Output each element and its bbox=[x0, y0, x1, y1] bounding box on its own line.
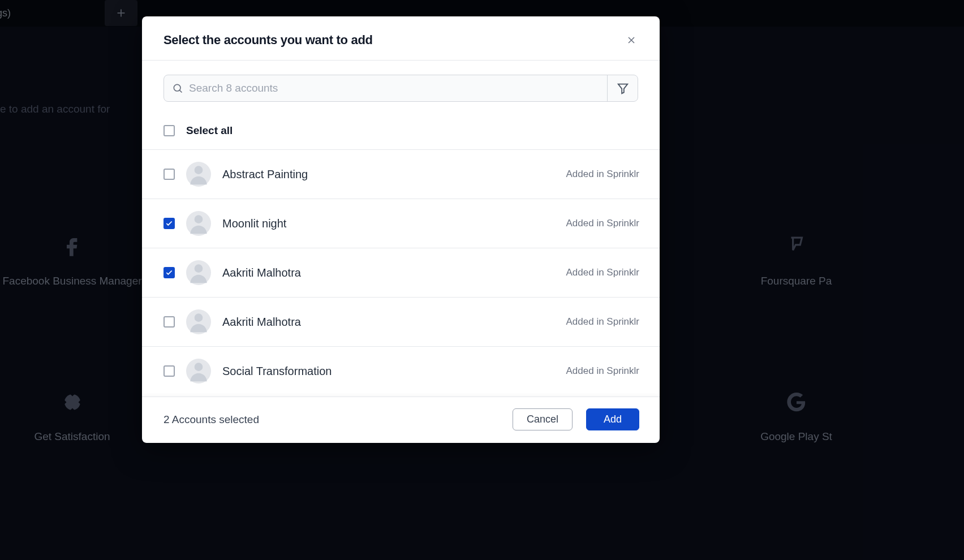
svg-point-10 bbox=[195, 264, 203, 273]
svg-marker-7 bbox=[618, 84, 627, 94]
account-name: Abstract Painting bbox=[222, 168, 555, 181]
account-checkbox[interactable] bbox=[163, 365, 175, 377]
account-status: Added in Sprinklr bbox=[566, 316, 639, 328]
avatar bbox=[186, 162, 211, 187]
account-checkbox[interactable] bbox=[163, 218, 175, 229]
svg-point-12 bbox=[195, 363, 203, 371]
account-status: Added in Sprinklr bbox=[566, 365, 639, 377]
avatar bbox=[186, 309, 211, 334]
search-section bbox=[142, 61, 660, 102]
filter-button[interactable] bbox=[607, 75, 638, 101]
person-icon bbox=[186, 309, 211, 334]
selected-count: 2 Accounts selected bbox=[163, 413, 259, 426]
svg-point-8 bbox=[195, 166, 203, 174]
select-all-checkbox[interactable] bbox=[163, 125, 175, 136]
select-accounts-modal: Select the accounts you want to add Sele… bbox=[142, 16, 660, 443]
filter-icon bbox=[617, 82, 629, 94]
close-button[interactable] bbox=[623, 32, 639, 48]
search-box bbox=[163, 75, 638, 102]
account-row[interactable]: Aakriti MalhotraAdded in Sprinklr bbox=[142, 297, 660, 346]
account-name: Aakriti Malhotra bbox=[222, 266, 555, 279]
person-icon bbox=[186, 260, 211, 285]
account-checkbox[interactable] bbox=[163, 267, 175, 278]
search-icon-wrap bbox=[164, 75, 189, 101]
cancel-button[interactable]: Cancel bbox=[513, 408, 573, 430]
avatar bbox=[186, 211, 211, 236]
modal-header: Select the accounts you want to add bbox=[142, 16, 660, 61]
account-row[interactable]: Moonlit nightAdded in Sprinklr bbox=[142, 199, 660, 248]
footer-buttons: Cancel Add bbox=[513, 408, 639, 430]
account-status: Added in Sprinklr bbox=[566, 267, 639, 278]
account-status: Added in Sprinklr bbox=[566, 218, 639, 229]
account-name: Aakriti Malhotra bbox=[222, 316, 555, 329]
account-list[interactable]: Abstract PaintingAdded in SprinklrMoonli… bbox=[142, 149, 660, 397]
account-name: Moonlit night bbox=[222, 217, 555, 230]
avatar bbox=[186, 359, 211, 384]
search-input[interactable] bbox=[189, 75, 607, 101]
search-icon bbox=[172, 83, 183, 94]
modal-footer: 2 Accounts selected Cancel Add bbox=[142, 397, 660, 443]
close-icon bbox=[626, 35, 637, 46]
person-icon bbox=[186, 162, 211, 187]
person-icon bbox=[186, 211, 211, 236]
account-status: Added in Sprinklr bbox=[566, 169, 639, 180]
account-name: Social Transformation bbox=[222, 365, 555, 378]
account-row[interactable]: Abstract PaintingAdded in Sprinklr bbox=[142, 149, 660, 199]
account-checkbox[interactable] bbox=[163, 316, 175, 328]
svg-point-9 bbox=[195, 215, 203, 223]
svg-line-6 bbox=[179, 90, 182, 92]
add-button[interactable]: Add bbox=[586, 408, 639, 430]
modal-title: Select the accounts you want to add bbox=[163, 33, 373, 48]
svg-point-5 bbox=[174, 84, 180, 91]
account-row[interactable]: Aakriti MalhotraAdded in Sprinklr bbox=[142, 248, 660, 297]
account-checkbox[interactable] bbox=[163, 169, 175, 180]
person-icon bbox=[186, 359, 211, 384]
svg-point-11 bbox=[195, 313, 203, 322]
account-row[interactable]: Social TransformationAdded in Sprinklr bbox=[142, 346, 660, 395]
select-all-label: Select all bbox=[186, 124, 233, 137]
avatar bbox=[186, 260, 211, 285]
select-all-row: Select all bbox=[142, 102, 660, 149]
